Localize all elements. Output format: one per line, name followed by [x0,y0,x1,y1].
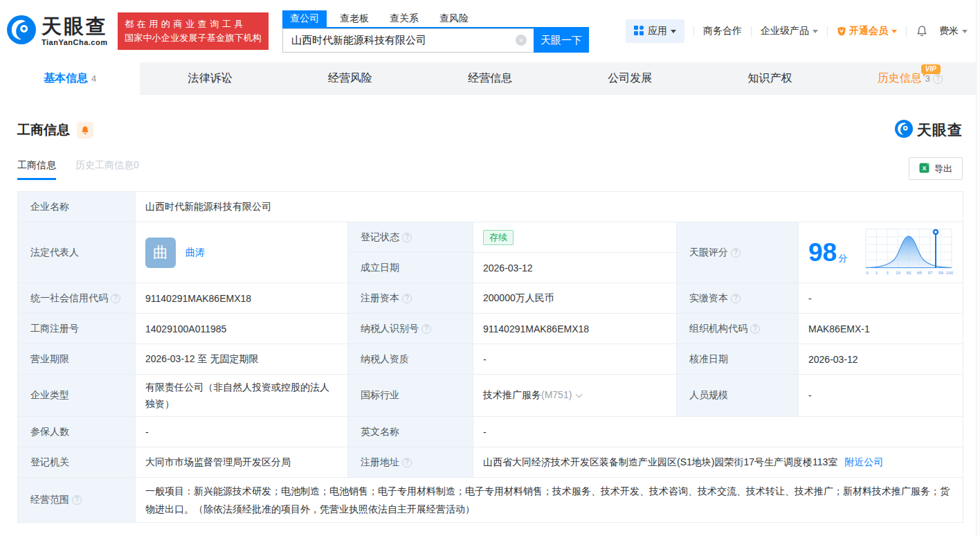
search-input[interactable] [291,35,516,46]
tab-intellectual-property[interactable]: 知识产权 [700,62,840,95]
scrollbar[interactable] [976,0,980,536]
help-icon[interactable] [72,495,82,505]
reg-status-cell: 存续 [473,222,677,253]
field-label: 天眼评分 [677,222,799,283]
org-code-value: MAK86EMX-1 [799,314,963,344]
legal-rep-cell: 曲 曲涛 [136,222,348,283]
field-label: 核准日期 [677,344,799,375]
score-value: 98 分 [808,240,847,265]
svg-text:1: 1 [875,270,878,275]
tab-operation-info[interactable]: 经营信息 [420,62,560,95]
watermark-text: 天眼查 [917,120,963,140]
industry-code: (M751) [541,389,572,400]
username: 费米 [939,25,959,37]
top-header: 天眼查 TianYanCha.com 都在用的商业查询工具 国家中小企业发展子基… [0,0,980,62]
export-button[interactable]: X 导出 [909,157,963,180]
svg-text:50: 50 [907,270,911,275]
field-label: 实缴资本 [677,283,799,314]
tab-legal-litigation[interactable]: 法律诉讼 [140,62,280,95]
enterprise-products-menu[interactable]: 企业级产品 [761,25,818,37]
search-tab-boss[interactable]: 查老板 [332,10,376,27]
help-icon[interactable] [402,233,412,242]
insured-count-value: - [136,417,348,447]
tab-history-info[interactable]: 历史信息 3 VIP [840,62,980,95]
help-icon[interactable] [402,458,412,467]
tab-basic-info[interactable]: 基本信息 4 [0,62,140,95]
reg-capital-value: 200000万人民币 [473,283,677,314]
industry-value-cell[interactable]: 技术推广服务(M751) [473,375,677,417]
search-tab-relation[interactable]: 查关系 [382,10,426,27]
slogan-banner: 都在用的商业查询工具 国家中小企业发展子基金旗下机构 [118,12,269,50]
legal-rep-link[interactable]: 曲涛 [185,247,205,259]
company-nav-tabs: 基本信息 4 法律诉讼 经营风险 经营信息 公司发展 知识产权 历史信息 3 V… [0,62,980,95]
search-button[interactable]: 天眼一下 [534,28,589,53]
reg-address-cell: 山西省大同经济技术开发区装备制造产业园区(S1地块)园荣街17号生产调度楼113… [473,447,963,478]
status-badge: 存续 [483,230,514,245]
approval-date-value: 2026-03-12 [799,344,963,375]
help-icon[interactable] [421,324,431,334]
tab-operation-risk[interactable]: 经营风险 [280,62,420,95]
reg-address-value: 山西省大同经济技术开发区装备制造产业园区(S1地块)园荣街17号生产调度楼113… [483,456,837,467]
taxpayer-id-value: 91140291MAK86EMX18 [473,314,677,344]
field-label: 登记状态 [348,222,473,253]
notification-bell-icon[interactable] [916,25,928,37]
tab-company-development[interactable]: 公司发展 [560,62,700,95]
user-menu[interactable]: 费米 [939,25,968,37]
subtab-history-business-info[interactable]: 历史工商信息0 [75,159,139,180]
tianyancha-logo-icon [7,15,36,47]
field-label: 统一社会信用代码 [18,283,136,314]
business-info-table: 企业名称 山西时代新能源科技有限公司 法定代表人 曲 曲涛 登记状态 存续 天眼… [17,191,963,523]
staff-size-value: - [799,375,963,417]
divider [751,26,752,37]
establish-date-value: 2026-03-12 [473,253,677,283]
subtab-business-info[interactable]: 工商信息 [17,159,56,180]
vip-shield-icon [837,26,846,36]
field-label: 注册资本 [348,283,473,314]
field-label: 经营范围 [18,478,136,523]
chevron-down-icon [813,30,818,33]
chevron-down-icon [671,30,676,33]
help-icon[interactable] [731,294,741,303]
help-icon[interactable] [750,324,760,334]
apps-grid-icon [634,26,644,37]
nearby-companies-link[interactable]: 附近公司 [844,456,883,467]
svg-text:3: 3 [886,270,889,275]
header-menu: 应用 商务合作 企业级产品 开通会员 [626,19,968,43]
svg-text:15: 15 [896,270,900,275]
help-icon[interactable] [111,294,120,303]
divider [693,26,694,37]
score-axis-labels: 0 1 3 15 50 85 97 99 100 [866,270,953,275]
company-name-value: 山西时代新能源科技有限公司 [136,192,963,222]
table-row: 统一社会信用代码 91140291MAK86EMX18 注册资本 200000万… [18,283,963,314]
section-title: 工商信息 [17,121,70,139]
chevron-down-icon [576,391,583,398]
help-icon[interactable] [402,294,412,303]
help-icon[interactable] [731,248,741,258]
field-label: 工商注册号 [18,314,136,344]
search-tabs: 查公司 查老板 查关系 查风险 [282,10,589,28]
search-tab-risk[interactable]: 查风险 [432,10,476,27]
field-label: 登记机关 [18,447,136,478]
reg-authority-value: 大同市市场监督管理局开发区分局 [136,447,348,478]
svg-text:X: X [922,165,926,172]
brand-domain: TianYanCha.com [42,38,108,46]
clear-search-icon[interactable] [516,35,527,46]
tianyancha-logo[interactable]: 天眼查 TianYanCha.com [7,15,108,47]
industry-value: 技术推广服务 [483,389,541,400]
field-label: 企业名称 [18,192,136,222]
open-vip-menu[interactable]: 开通会员 [837,25,897,37]
svg-text:97: 97 [928,270,933,275]
subscribe-bell-icon[interactable] [77,122,93,139]
divider [827,26,828,37]
help-icon[interactable] [933,74,943,84]
reg-number-value: 14029100A011985 [136,314,348,344]
avatar[interactable]: 曲 [145,238,176,268]
business-cooperation-link[interactable]: 商务合作 [703,25,742,37]
search-input-box [282,28,534,53]
apps-menu[interactable]: 应用 [626,19,684,43]
svg-text:99: 99 [938,270,943,275]
table-row: 工商注册号 14029100A011985 纳税人识别号 91140291MAK… [18,314,963,344]
tianyancha-watermark: 天眼查 [895,120,963,141]
search-tab-company[interactable]: 查公司 [282,10,327,27]
chevron-down-icon [891,30,897,33]
